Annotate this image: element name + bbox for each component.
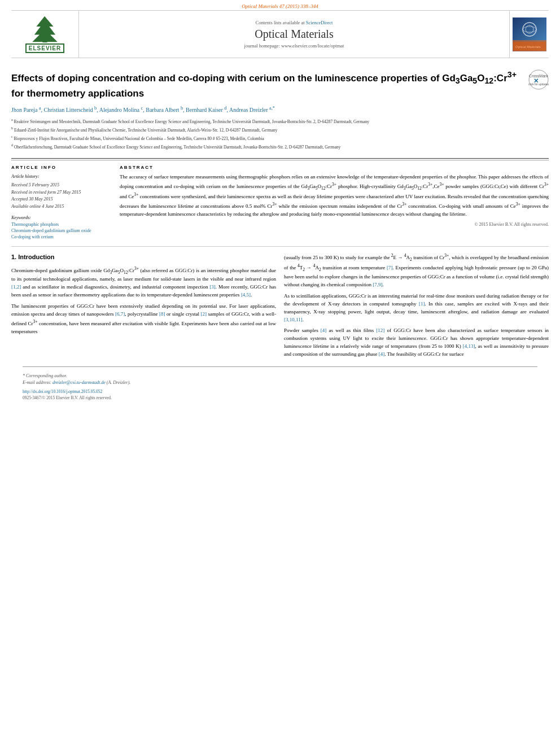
affiliation-a: a Reaktive Strömungen und Messtechnik, D… — [11, 117, 523, 125]
affiliation-c: c Bioprocesos y Flujos Reactivos, Facult… — [11, 134, 523, 142]
author-kaiser: Bernhard Kaiser d — [186, 107, 226, 113]
copyright-line: © 2015 Elsevier B.V. All rights reserved… — [120, 222, 549, 227]
footer-band: * Corresponding author. E-mail address: … — [23, 366, 537, 404]
abstract-column: ABSTRACT The accuracy of surface tempera… — [120, 165, 549, 241]
ref-4-13[interactable]: [4,13] — [463, 343, 475, 349]
corr-label: * Corresponding author. — [23, 373, 67, 378]
svg-point-8 — [529, 70, 548, 89]
body-columns: 1. Introduction Chromium-doped gadoliniu… — [11, 252, 549, 362]
ref-4-inline[interactable]: [4] — [379, 351, 385, 357]
svg-rect-6 — [513, 42, 546, 51]
right-para-1: (usually from 25 to 300 K) to study for … — [284, 252, 549, 289]
publisher-logo-area: ELSEVIER — [11, 11, 79, 58]
svg-marker-1 — [32, 16, 58, 42]
journal-logo-svg: Optical Materials — [513, 18, 546, 51]
article-history: Article history: Received 5 February 201… — [11, 173, 113, 211]
journal-header: ELSEVIER Contents lists available at Sci… — [11, 10, 549, 58]
issn-line: 0925-3467/© 2015 Elsevier B.V. All right… — [23, 395, 130, 401]
elsevier-wordmark: ELSEVIER — [25, 43, 64, 53]
ref-8[interactable]: [8] — [159, 311, 165, 317]
author-molina: Alejandro Molina c — [99, 107, 143, 113]
journal-homepage: journal homepage: www.elsevier.com/locat… — [244, 43, 344, 49]
online-date: Available online 4 June 2015 — [11, 203, 113, 211]
email-label: E-mail address: — [23, 380, 51, 385]
doi-line: http://dx.doi.org/10.1016/j.optmat.2015.… — [23, 388, 130, 395]
ref-4-5[interactable]: [4,5] — [241, 292, 251, 298]
doi-link[interactable]: http://dx.doi.org/10.1016/j.optmat.2015.… — [23, 389, 102, 394]
keyword-2[interactable]: Chromium-doped gadolinium gallium oxide — [11, 228, 113, 233]
keyword-1[interactable]: Thermographic phosphors — [11, 222, 113, 227]
received-date: Received 5 February 2015 — [11, 182, 113, 189]
corr-email[interactable]: dreizler@csi.tu-darmstadt.de — [53, 380, 106, 385]
article-title: Effects of doping concentration and co-d… — [11, 69, 523, 101]
article-info-heading: ARTICLE INFO — [11, 165, 113, 170]
crossmark-badge[interactable]: CrossMark ✕ click for updates — [528, 69, 549, 90]
ref-4[interactable]: [4] — [321, 327, 327, 333]
keywords-label: Keywords: — [11, 215, 113, 220]
accepted-date: Accepted 30 May 2015 — [11, 196, 113, 203]
article-info-column: ARTICLE INFO Article history: Received 5… — [11, 165, 113, 241]
journal-citation: Optical Materials 47 (2015) 338–344 — [242, 3, 318, 9]
authors-line: Jhon Pareja a, Christian Litterscheid b,… — [11, 105, 523, 114]
journal-logo-right: Optical Materials — [509, 11, 549, 58]
contents-available-text: Contents lists available at ScienceDirec… — [256, 20, 333, 25]
page: Optical Materials 47 (2015) 338–344 ELSE… — [0, 0, 560, 747]
issn-text: 0925-3467/© 2015 Elsevier B.V. All right… — [23, 395, 112, 400]
ref-2-inline[interactable]: [2] — [201, 311, 207, 317]
body-left-column: 1. Introduction Chromium-doped gadoliniu… — [11, 252, 276, 362]
affiliation-b: b Eduard-Zintl-Institut für Anorganische… — [11, 126, 523, 133]
intro-para-1: Chromium-doped gadolinium gallium oxide … — [11, 265, 276, 299]
right-para-3: Powder samples [4] as well as thin films… — [284, 327, 549, 359]
main-content: Effects of doping concentration and co-d… — [0, 58, 560, 409]
author-litterscheid: Christian Litterscheid b — [44, 107, 97, 113]
ref-6-7[interactable]: [6,7] — [115, 311, 125, 317]
intro-para-2: The luminescent properties of GGG:Cr hav… — [11, 303, 276, 336]
ref-1-2[interactable]: [1,2] — [11, 284, 21, 290]
right-para-2: As to scintillation applications, GGG:Cr… — [284, 292, 549, 324]
info-abstract-section: ARTICLE INFO Article history: Received 5… — [11, 160, 549, 241]
abstract-text: The accuracy of surface temperature meas… — [120, 173, 549, 219]
corresponding-author-note: * Corresponding author. E-mail address: … — [23, 373, 130, 386]
section-divider — [11, 246, 549, 247]
ref-3-10-11[interactable]: [3,10,11] — [284, 317, 303, 322]
history-label: Article history: — [11, 173, 113, 181]
ref-3[interactable]: [3] — [209, 284, 216, 290]
elsevier-logo: ELSEVIER — [25, 15, 64, 53]
keyword-3[interactable]: Co-doping with cerium — [11, 234, 113, 239]
journal-citation-bar: Optical Materials 47 (2015) 338–344 — [0, 0, 560, 10]
journal-name: Optical Materials — [255, 28, 333, 41]
abstract-heading: ABSTRACT — [120, 165, 549, 170]
revised-date: Received in revised form 27 May 2015 — [11, 189, 113, 196]
affiliations: a Reaktive Strömungen und Messtechnik, D… — [11, 117, 523, 150]
email-person: (A. Dreizler). — [107, 380, 131, 385]
author-albert: Barbara Albert b — [146, 107, 183, 113]
ref-7-9[interactable]: [7,9] — [373, 282, 382, 287]
crossmark-icon: CrossMark ✕ click for updates — [528, 69, 549, 90]
sciencedirect-link[interactable]: ScienceDirect — [306, 20, 333, 25]
svg-text:Optical Materials: Optical Materials — [515, 45, 541, 49]
svg-text:CrossMark: CrossMark — [529, 74, 548, 78]
keywords-section: Keywords: Thermographic phosphors Chromi… — [11, 215, 113, 239]
author-dreizler: Andreas Dreizler a,* — [229, 107, 275, 113]
affiliation-d: d Oberflächenforschung, Darmstadt Gradua… — [11, 143, 523, 150]
elsevier-tree-icon — [27, 15, 63, 43]
journal-title-area: Contents lists available at ScienceDirec… — [79, 11, 509, 58]
article-title-text-area: Effects of doping concentration and co-d… — [11, 69, 523, 155]
author-pareja: Jhon Pareja a — [11, 107, 41, 113]
footer-left: * Corresponding author. E-mail address: … — [23, 369, 130, 401]
optical-materials-logo-image: Optical Materials — [513, 18, 546, 51]
article-title-section: Effects of doping concentration and co-d… — [11, 64, 549, 159]
ref-1[interactable]: [1] — [419, 301, 425, 307]
ref-7[interactable]: [7] — [387, 265, 393, 270]
body-right-column: (usually from 25 to 300 K) to study for … — [284, 252, 549, 362]
svg-text:click for updates: click for updates — [528, 82, 549, 86]
ref-12[interactable]: [12] — [376, 327, 384, 333]
intro-section-title: 1. Introduction — [11, 252, 276, 262]
